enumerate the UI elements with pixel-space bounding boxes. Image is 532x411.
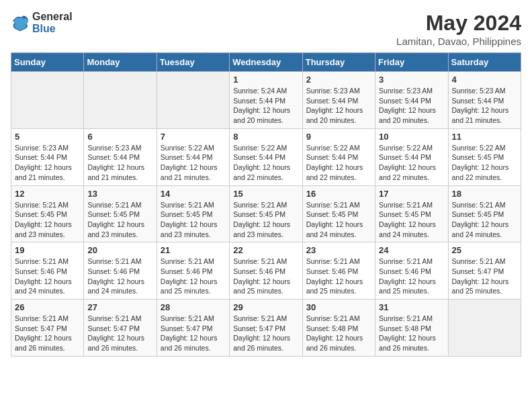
day-info: Sunrise: 5:21 AMSunset: 5:45 PMDaylight:…: [379, 200, 444, 240]
day-number: 19: [15, 245, 80, 255]
calendar-cell: 6Sunrise: 5:23 AMSunset: 5:44 PMDaylight…: [84, 128, 157, 185]
day-info: Sunrise: 5:21 AMSunset: 5:45 PMDaylight:…: [87, 200, 152, 240]
calendar-cell: 22Sunrise: 5:21 AMSunset: 5:46 PMDayligh…: [230, 242, 302, 300]
day-info: Sunrise: 5:21 AMSunset: 5:46 PMDaylight:…: [306, 257, 371, 296]
day-info: Sunrise: 5:23 AMSunset: 5:44 PMDaylight:…: [452, 86, 517, 126]
day-info: Sunrise: 5:21 AMSunset: 5:45 PMDaylight:…: [161, 200, 226, 240]
calendar-cell: [157, 72, 229, 129]
day-info: Sunrise: 5:22 AMSunset: 5:44 PMDaylight:…: [233, 143, 298, 183]
day-number: 10: [379, 132, 444, 142]
weekday-header-friday: Friday: [375, 53, 448, 72]
logo-icon: [11, 13, 30, 32]
day-info: Sunrise: 5:21 AMSunset: 5:46 PMDaylight:…: [379, 257, 444, 296]
calendar-cell: [84, 72, 157, 129]
weekday-header-monday: Monday: [84, 53, 157, 72]
calendar-cell: 19Sunrise: 5:21 AMSunset: 5:46 PMDayligh…: [11, 242, 84, 300]
calendar-cell: 31Sunrise: 5:21 AMSunset: 5:48 PMDayligh…: [375, 300, 448, 357]
day-info: Sunrise: 5:22 AMSunset: 5:44 PMDaylight:…: [161, 143, 226, 183]
calendar-cell: 27Sunrise: 5:21 AMSunset: 5:47 PMDayligh…: [84, 300, 157, 357]
calendar-cell: 29Sunrise: 5:21 AMSunset: 5:47 PMDayligh…: [230, 300, 302, 357]
weekday-header-saturday: Saturday: [448, 53, 521, 72]
calendar-cell: 16Sunrise: 5:21 AMSunset: 5:45 PMDayligh…: [302, 185, 375, 242]
calendar-cell: 9Sunrise: 5:22 AMSunset: 5:44 PMDaylight…: [302, 128, 375, 185]
calendar-cell: 5Sunrise: 5:23 AMSunset: 5:44 PMDaylight…: [11, 128, 84, 185]
calendar-cell: 10Sunrise: 5:22 AMSunset: 5:44 PMDayligh…: [375, 128, 448, 185]
day-number: 8: [233, 132, 298, 142]
calendar-cell: [448, 300, 521, 357]
day-number: 22: [233, 245, 298, 255]
day-info: Sunrise: 5:21 AMSunset: 5:47 PMDaylight:…: [87, 314, 152, 353]
day-info: Sunrise: 5:21 AMSunset: 5:46 PMDaylight:…: [87, 257, 152, 296]
calendar-cell: 30Sunrise: 5:21 AMSunset: 5:48 PMDayligh…: [302, 300, 375, 357]
day-number: 25: [452, 245, 517, 255]
weekday-header-wednesday: Wednesday: [230, 53, 302, 72]
page-header: General Blue May 2024 Lamitan, Davao, Ph…: [11, 11, 521, 47]
day-number: 26: [15, 302, 80, 312]
day-number: 18: [452, 189, 517, 199]
day-info: Sunrise: 5:23 AMSunset: 5:44 PMDaylight:…: [379, 86, 444, 126]
week-row-5: 26Sunrise: 5:21 AMSunset: 5:47 PMDayligh…: [11, 300, 521, 357]
calendar-title: May 2024: [396, 11, 521, 36]
weekday-header-sunday: Sunday: [11, 53, 84, 72]
day-number: 20: [87, 245, 152, 255]
calendar-cell: 2Sunrise: 5:23 AMSunset: 5:44 PMDaylight…: [302, 72, 375, 129]
calendar-cell: 28Sunrise: 5:21 AMSunset: 5:47 PMDayligh…: [157, 300, 229, 357]
day-info: Sunrise: 5:22 AMSunset: 5:45 PMDaylight:…: [452, 143, 517, 183]
calendar-cell: 24Sunrise: 5:21 AMSunset: 5:46 PMDayligh…: [375, 242, 448, 300]
calendar-cell: 20Sunrise: 5:21 AMSunset: 5:46 PMDayligh…: [84, 242, 157, 300]
day-info: Sunrise: 5:21 AMSunset: 5:45 PMDaylight:…: [306, 200, 371, 240]
day-info: Sunrise: 5:23 AMSunset: 5:44 PMDaylight:…: [306, 86, 371, 126]
calendar-cell: 8Sunrise: 5:22 AMSunset: 5:44 PMDaylight…: [230, 128, 302, 185]
day-number: 27: [87, 302, 152, 312]
logo: General Blue: [11, 11, 73, 35]
day-number: 23: [306, 245, 371, 255]
calendar-cell: 17Sunrise: 5:21 AMSunset: 5:45 PMDayligh…: [375, 185, 448, 242]
day-number: 9: [306, 132, 371, 142]
calendar-cell: 12Sunrise: 5:21 AMSunset: 5:45 PMDayligh…: [11, 185, 84, 242]
day-number: 1: [233, 75, 298, 85]
day-info: Sunrise: 5:21 AMSunset: 5:45 PMDaylight:…: [15, 200, 80, 240]
day-info: Sunrise: 5:23 AMSunset: 5:44 PMDaylight:…: [15, 143, 80, 183]
day-info: Sunrise: 5:22 AMSunset: 5:44 PMDaylight:…: [379, 143, 444, 183]
calendar-cell: 7Sunrise: 5:22 AMSunset: 5:44 PMDaylight…: [157, 128, 229, 185]
title-block: May 2024 Lamitan, Davao, Philippines: [396, 11, 521, 47]
day-info: Sunrise: 5:21 AMSunset: 5:47 PMDaylight:…: [233, 314, 298, 353]
calendar-cell: 25Sunrise: 5:21 AMSunset: 5:47 PMDayligh…: [448, 242, 521, 300]
day-info: Sunrise: 5:21 AMSunset: 5:46 PMDaylight:…: [161, 257, 226, 296]
logo-text: General Blue: [32, 11, 73, 35]
calendar-cell: 21Sunrise: 5:21 AMSunset: 5:46 PMDayligh…: [157, 242, 229, 300]
day-number: 11: [452, 132, 517, 142]
day-info: Sunrise: 5:21 AMSunset: 5:47 PMDaylight:…: [15, 314, 80, 353]
day-number: 28: [161, 302, 226, 312]
week-row-4: 19Sunrise: 5:21 AMSunset: 5:46 PMDayligh…: [11, 242, 521, 300]
day-number: 5: [15, 132, 80, 142]
calendar-cell: [11, 72, 84, 129]
day-number: 21: [161, 245, 226, 255]
calendar-location: Lamitan, Davao, Philippines: [396, 36, 521, 47]
day-info: Sunrise: 5:21 AMSunset: 5:48 PMDaylight:…: [306, 314, 371, 353]
day-info: Sunrise: 5:21 AMSunset: 5:45 PMDaylight:…: [452, 200, 517, 240]
calendar-cell: 23Sunrise: 5:21 AMSunset: 5:46 PMDayligh…: [302, 242, 375, 300]
day-info: Sunrise: 5:21 AMSunset: 5:46 PMDaylight:…: [15, 257, 80, 296]
day-info: Sunrise: 5:21 AMSunset: 5:47 PMDaylight:…: [161, 314, 226, 353]
day-number: 30: [306, 302, 371, 312]
day-info: Sunrise: 5:24 AMSunset: 5:44 PMDaylight:…: [233, 86, 298, 126]
week-row-1: 1Sunrise: 5:24 AMSunset: 5:44 PMDaylight…: [11, 72, 521, 129]
day-number: 16: [306, 189, 371, 199]
calendar-cell: 4Sunrise: 5:23 AMSunset: 5:44 PMDaylight…: [448, 72, 521, 129]
day-info: Sunrise: 5:21 AMSunset: 5:48 PMDaylight:…: [379, 314, 444, 353]
calendar-cell: 1Sunrise: 5:24 AMSunset: 5:44 PMDaylight…: [230, 72, 302, 129]
weekday-header-row: SundayMondayTuesdayWednesdayThursdayFrid…: [11, 53, 521, 72]
weekday-header-tuesday: Tuesday: [157, 53, 229, 72]
day-number: 24: [379, 245, 444, 255]
calendar-table: SundayMondayTuesdayWednesdayThursdayFrid…: [11, 52, 521, 357]
day-number: 15: [233, 189, 298, 199]
day-number: 4: [452, 75, 517, 85]
day-number: 29: [233, 302, 298, 312]
day-number: 13: [87, 189, 152, 199]
calendar-cell: 26Sunrise: 5:21 AMSunset: 5:47 PMDayligh…: [11, 300, 84, 357]
calendar-cell: 3Sunrise: 5:23 AMSunset: 5:44 PMDaylight…: [375, 72, 448, 129]
day-number: 7: [161, 132, 226, 142]
day-number: 12: [15, 189, 80, 199]
day-number: 14: [161, 189, 226, 199]
